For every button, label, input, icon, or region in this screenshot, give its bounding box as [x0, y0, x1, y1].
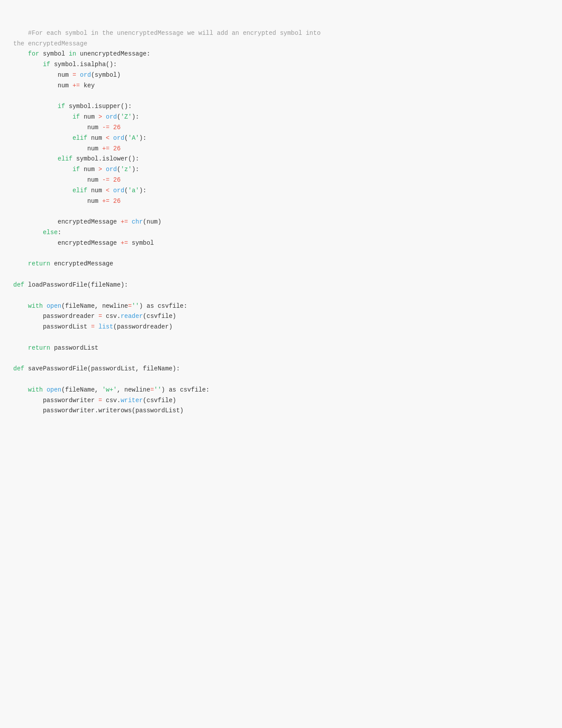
code-block: #For each symbol in the unencryptedMessa…	[13, 18, 549, 427]
comment: #For each symbol in the unencryptedMessa…	[13, 30, 320, 47]
code-container: #For each symbol in the unencryptedMessa…	[0, 0, 562, 728]
